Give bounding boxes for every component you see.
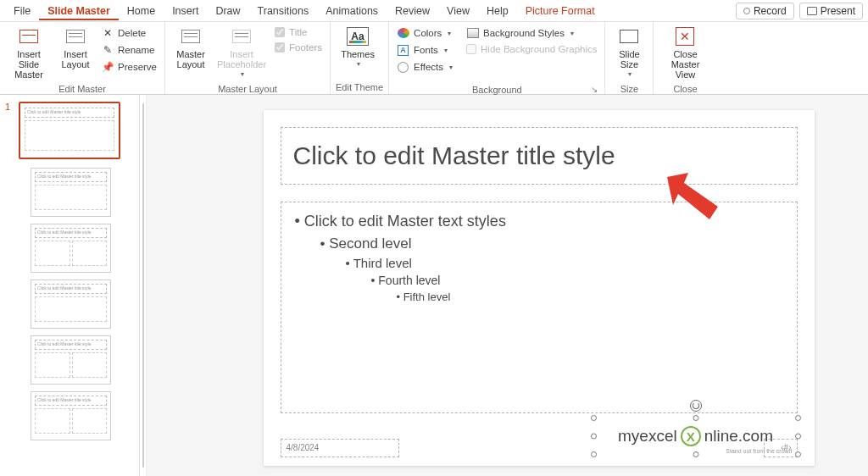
master-layout-label: Master Layout xyxy=(172,49,209,69)
group-label-master-layout: Master Layout xyxy=(170,82,325,96)
background-styles-button[interactable]: Background Styles▾ xyxy=(464,25,599,41)
master-layout-button[interactable]: Master Layout xyxy=(170,24,211,72)
layout-thumbnail-4[interactable]: Click to edit Master title style xyxy=(31,335,134,385)
delete-icon: ✕ xyxy=(101,27,114,39)
insert-slide-master-button[interactable]: Insert Slide Master xyxy=(5,24,53,82)
logo-image: myexcel X nline.com Stand out from the c… xyxy=(594,418,798,454)
background-launcher[interactable]: ↘ xyxy=(394,85,599,94)
insert-placeholder-label: Insert Placeholder xyxy=(216,49,267,69)
layout-thumbnail-2[interactable]: Click to edit Master title style xyxy=(31,224,134,273)
tab-transitions[interactable]: Transitions xyxy=(249,2,318,20)
tab-help[interactable]: Help xyxy=(478,2,517,20)
resize-handle[interactable] xyxy=(795,451,801,457)
master-index: 1 xyxy=(5,102,14,159)
insert-slide-master-label: Insert Slide Master xyxy=(7,49,51,80)
date-placeholder[interactable]: 4/8/2024 xyxy=(281,439,399,457)
tab-view[interactable]: View xyxy=(438,2,478,20)
footers-checkbox[interactable]: Footers xyxy=(272,41,325,54)
slide-master-icon xyxy=(19,30,38,43)
resize-handle[interactable] xyxy=(795,434,801,440)
record-button[interactable]: Record xyxy=(736,3,794,19)
insert-layout-button[interactable]: Insert Layout xyxy=(56,24,95,72)
slide-size-label: Slide Size xyxy=(612,49,646,69)
group-master-layout: Master Layout Insert Placeholder▾ Title … xyxy=(165,22,331,94)
resize-handle[interactable] xyxy=(693,451,698,457)
hide-bg-checkbox[interactable]: Hide Background Graphics xyxy=(464,42,599,56)
thumbnail-pane[interactable]: 1 Click to edit Master title style Click… xyxy=(0,95,140,476)
effects-label: Effects xyxy=(414,62,443,72)
resize-handle[interactable] xyxy=(591,434,597,440)
master-thumbnail[interactable]: 1 Click to edit Master title style xyxy=(5,102,134,159)
body-placeholder[interactable]: Click to edit Master text styles Second … xyxy=(281,202,798,413)
themes-button[interactable]: Aa Themes▾ xyxy=(336,24,380,72)
group-size: Slide Size▾ Size xyxy=(605,22,654,94)
fonts-label: Fonts xyxy=(414,45,438,55)
themes-icon: Aa xyxy=(347,27,369,46)
callout-arrow-icon xyxy=(663,173,722,219)
logo-text-post: nline.com xyxy=(704,427,773,446)
effects-button[interactable]: Effects▾ xyxy=(394,59,455,75)
resize-handle[interactable] xyxy=(795,415,801,421)
preserve-label: Preserve xyxy=(118,62,157,72)
slide-canvas-area[interactable]: Click to edit Master title style Click t… xyxy=(147,95,868,476)
tab-slide-master[interactable]: Slide Master xyxy=(39,2,119,20)
rename-button[interactable]: ✎Rename xyxy=(98,42,159,58)
resize-handle[interactable] xyxy=(591,415,597,421)
preserve-button[interactable]: 📌Preserve xyxy=(98,59,159,75)
ribbon: Insert Slide Master Insert Layout ✕Delet… xyxy=(0,22,868,95)
tab-animations[interactable]: Animations xyxy=(317,2,387,20)
group-edit-master: Insert Slide Master Insert Layout ✕Delet… xyxy=(0,22,165,94)
slide-master-canvas[interactable]: Click to edit Master title style Click t… xyxy=(264,110,815,466)
title-checkbox[interactable]: Title xyxy=(272,25,325,39)
fonts-icon: A xyxy=(398,45,409,56)
colors-button[interactable]: Colors▾ xyxy=(394,25,455,41)
group-close: ✕ Close Master View Close xyxy=(654,22,716,94)
resize-handle[interactable] xyxy=(591,451,597,457)
resize-handle[interactable] xyxy=(693,415,698,421)
rename-icon: ✎ xyxy=(101,44,114,56)
group-label-edit-theme: Edit Theme xyxy=(336,80,383,94)
group-label-edit-master: Edit Master xyxy=(5,82,159,96)
tab-file[interactable]: File xyxy=(5,2,39,20)
footers-check-label: Footers xyxy=(289,42,322,53)
delete-button[interactable]: ✕Delete xyxy=(98,25,159,41)
footer-placeholder[interactable]: myexcel X nline.com Stand out from the c… xyxy=(408,439,755,457)
thumb-body xyxy=(25,120,114,151)
body-level-2: Second level xyxy=(320,235,783,252)
insert-placeholder-button[interactable]: Insert Placeholder▾ xyxy=(214,24,269,82)
group-background: Colors▾ AFonts▾ Effects▾ Background Styl… xyxy=(389,22,605,94)
tab-picture-format[interactable]: Picture Format xyxy=(517,2,604,20)
layout-thumbnail-3[interactable]: Click to edit Master title style xyxy=(31,280,134,329)
layout-thumbnail-5[interactable]: Click to edit Master title style xyxy=(31,391,134,440)
svg-marker-0 xyxy=(667,173,718,219)
thumb-title: Click to edit Master title style xyxy=(25,108,114,118)
tab-review[interactable]: Review xyxy=(387,2,438,20)
delete-label: Delete xyxy=(118,28,146,38)
title-text: Click to edit Master title style xyxy=(293,141,615,170)
date-text: 4/8/2024 xyxy=(287,443,320,452)
tab-draw[interactable]: Draw xyxy=(207,2,248,20)
logo-tagline: Stand out from the crowd xyxy=(726,448,792,454)
close-master-view-button[interactable]: ✕ Close Master View xyxy=(659,24,711,82)
present-label: Present xyxy=(821,5,855,17)
placeholder-icon xyxy=(232,30,251,43)
group-edit-theme: Aa Themes▾ Edit Theme xyxy=(331,22,389,94)
layout-thumbnail-1[interactable]: Click to edit Master title style xyxy=(31,168,134,217)
fonts-button[interactable]: AFonts▾ xyxy=(394,42,455,58)
slide-size-button[interactable]: Slide Size▾ xyxy=(610,24,648,82)
rotate-handle-icon[interactable] xyxy=(690,400,702,412)
tab-home[interactable]: Home xyxy=(119,2,164,20)
layout-icon xyxy=(66,30,85,43)
title-check-label: Title xyxy=(289,27,307,37)
rename-label: Rename xyxy=(118,45,154,55)
close-icon: ✕ xyxy=(676,27,694,46)
bgstyles-label: Background Styles xyxy=(483,28,565,38)
selected-picture[interactable]: myexcel X nline.com Stand out from the c… xyxy=(594,418,798,454)
preserve-icon: 📌 xyxy=(101,61,114,73)
present-button[interactable]: Present xyxy=(799,3,863,19)
body-level-4: Fourth level xyxy=(371,274,783,287)
bgstyles-icon xyxy=(467,28,479,38)
tab-insert[interactable]: Insert xyxy=(164,2,207,20)
body-level-5: Fifth level xyxy=(397,291,783,303)
logo-x-icon: X xyxy=(681,426,701,446)
